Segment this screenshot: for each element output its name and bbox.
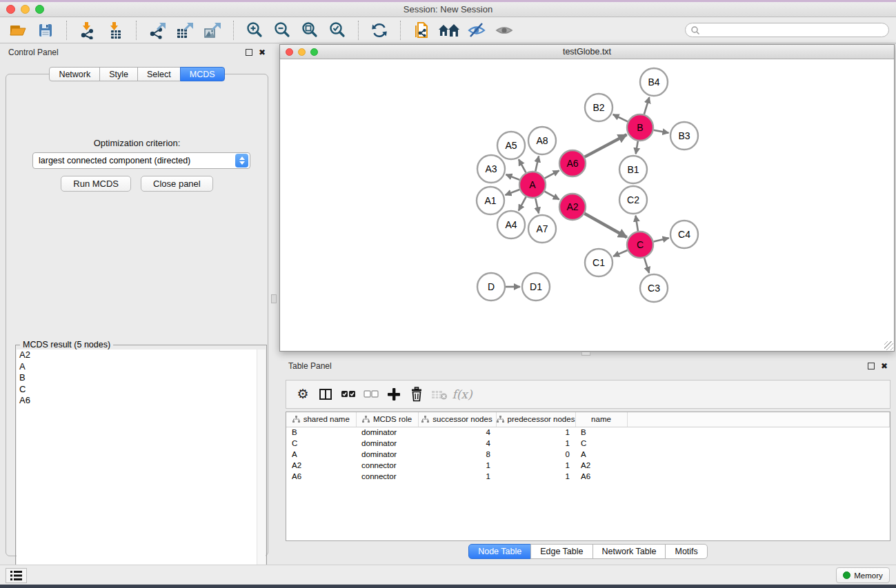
import-network-icon[interactable] — [74, 19, 101, 41]
mcds-result-list[interactable]: A2ABCA6 — [17, 349, 266, 578]
open-session-icon[interactable] — [4, 19, 32, 41]
unselect-all-columns-icon[interactable] — [363, 386, 379, 403]
tab-node-table[interactable]: Node Table — [468, 544, 531, 559]
edge-A-A6[interactable] — [545, 170, 559, 178]
edge-A-A2[interactable] — [545, 192, 559, 200]
node-A4[interactable]: A4 — [497, 211, 525, 239]
first-neighbors-houses-icon[interactable] — [435, 19, 463, 41]
import-table-icon[interactable] — [101, 19, 129, 41]
save-session-icon[interactable] — [32, 19, 59, 41]
node-B4[interactable]: B4 — [640, 68, 668, 96]
tab-edge-table[interactable]: Edge Table — [530, 544, 593, 559]
window-resize-grip[interactable] — [884, 341, 893, 350]
edge-A-A7[interactable] — [535, 199, 539, 214]
export-table-icon[interactable] — [171, 19, 199, 41]
tab-network[interactable]: Network — [49, 67, 100, 81]
task-history-button[interactable] — [6, 568, 27, 583]
tab-motifs[interactable]: Motifs — [665, 544, 707, 559]
close-table-panel-icon[interactable]: ✖ — [881, 363, 888, 369]
table-row[interactable]: Bdominator41B — [286, 427, 890, 438]
edge-A2-C[interactable] — [584, 214, 626, 237]
node-B1[interactable]: B1 — [619, 156, 647, 183]
edge-A-A4[interactable] — [519, 197, 526, 211]
memory-button[interactable]: Memory — [836, 567, 890, 583]
table-row[interactable]: Adominator80A — [286, 449, 890, 460]
zoom-fit-icon[interactable] — [296, 19, 323, 41]
node-D1[interactable]: D1 — [522, 273, 550, 301]
tab-style[interactable]: Style — [99, 67, 138, 81]
node-A2[interactable]: A2 — [559, 194, 586, 220]
node-C1[interactable]: C1 — [585, 249, 613, 276]
node-A1[interactable]: A1 — [477, 187, 504, 214]
edge-C-C3[interactable] — [644, 258, 649, 273]
column-header-mcds-role[interactable]: MCDS role — [356, 412, 418, 427]
edge-C-C4[interactable] — [653, 238, 668, 241]
node-D[interactable]: D — [477, 273, 505, 301]
edge-A-A8[interactable] — [535, 156, 539, 171]
select-all-columns-icon[interactable] — [340, 386, 357, 403]
node-C3[interactable]: C3 — [640, 274, 668, 302]
edge-B-B2[interactable] — [613, 114, 628, 121]
edge-B-B1[interactable] — [636, 141, 638, 154]
table-row[interactable]: A2connector11A2 — [286, 460, 890, 471]
vertical-splitter-handle[interactable] — [271, 294, 277, 303]
edge-A6-B[interactable] — [585, 134, 627, 156]
edge-B-B4[interactable] — [644, 97, 650, 114]
search-input[interactable] — [685, 23, 889, 37]
new-network-from-selection-icon[interactable] — [408, 19, 435, 41]
list-scrollbar[interactable] — [257, 349, 266, 578]
edge-B-B3[interactable] — [654, 130, 669, 133]
show-column-icon[interactable] — [317, 386, 334, 403]
column-header-shared-name[interactable]: shared name — [286, 412, 356, 427]
run-mcds-button[interactable]: Run MCDS — [61, 176, 131, 192]
table-options-gear-icon[interactable]: ⚙ — [295, 386, 311, 403]
delete-column-trash-icon[interactable] — [408, 386, 425, 403]
close-panel-button[interactable]: Close panel — [141, 176, 213, 192]
network-canvas[interactable]: B4B2BB3A8A5A6A3B1AC2A1A2A4A7C4CC1DD1C3 — [280, 59, 894, 351]
column-header-successor-nodes[interactable]: successor nodes — [418, 412, 496, 427]
float-panel-icon[interactable] — [246, 49, 252, 56]
mcds-result-item[interactable]: A2 — [17, 349, 266, 361]
column-header-name[interactable]: name — [575, 412, 627, 427]
edge-A-A5[interactable] — [519, 159, 526, 172]
mcds-result-item[interactable]: C — [17, 384, 266, 396]
search-text-field[interactable] — [700, 26, 888, 35]
create-new-column-icon[interactable] — [386, 386, 402, 403]
mcds-result-item[interactable]: A6 — [17, 395, 266, 407]
node-A3[interactable]: A3 — [477, 155, 505, 183]
node-A6[interactable]: A6 — [559, 150, 586, 176]
mcds-result-item[interactable]: B — [17, 372, 266, 384]
mcds-result-item[interactable]: A — [17, 361, 266, 373]
show-all-eye-icon[interactable] — [490, 19, 518, 41]
edge-C-C1[interactable] — [613, 250, 628, 256]
node-A[interactable]: A — [519, 172, 546, 198]
column-header-predecessor-nodes[interactable]: predecessor nodes — [496, 412, 575, 427]
node-B[interactable]: B — [627, 114, 653, 141]
node-C2[interactable]: C2 — [619, 186, 647, 214]
optimization-criterion-dropdown[interactable]: largest connected component (directed) — [32, 152, 250, 169]
edge-A-A1[interactable] — [506, 190, 520, 195]
network-window-titlebar[interactable]: testGlobe.txt — [280, 45, 894, 59]
edge-C-C2[interactable] — [635, 216, 637, 232]
table-row[interactable]: A6connector11A6 — [286, 471, 890, 482]
edge-A-A3[interactable] — [506, 174, 519, 180]
tab-select[interactable]: Select — [137, 67, 181, 81]
table-row[interactable]: Cdominator41C — [286, 438, 890, 449]
node-C[interactable]: C — [627, 232, 653, 258]
horizontal-splitter-handle[interactable] — [581, 352, 590, 356]
tab-network-table[interactable]: Network Table — [593, 544, 666, 559]
node-B2[interactable]: B2 — [585, 94, 613, 121]
float-table-panel-icon[interactable] — [868, 363, 875, 369]
tab-mcds[interactable]: MCDS — [180, 67, 225, 81]
node-A7[interactable]: A7 — [528, 215, 556, 243]
export-network-icon[interactable] — [143, 19, 171, 41]
zoom-out-icon[interactable] — [268, 19, 296, 41]
zoom-selected-icon[interactable] — [323, 19, 351, 41]
zoom-in-icon[interactable] — [241, 19, 268, 41]
refresh-icon[interactable] — [366, 19, 393, 41]
close-panel-icon[interactable]: ✖ — [259, 49, 266, 56]
node-A8[interactable]: A8 — [528, 127, 556, 154]
hide-selected-eye-slash-icon[interactable] — [463, 19, 490, 41]
node-A5[interactable]: A5 — [497, 132, 525, 159]
node-C4[interactable]: C4 — [670, 221, 698, 248]
